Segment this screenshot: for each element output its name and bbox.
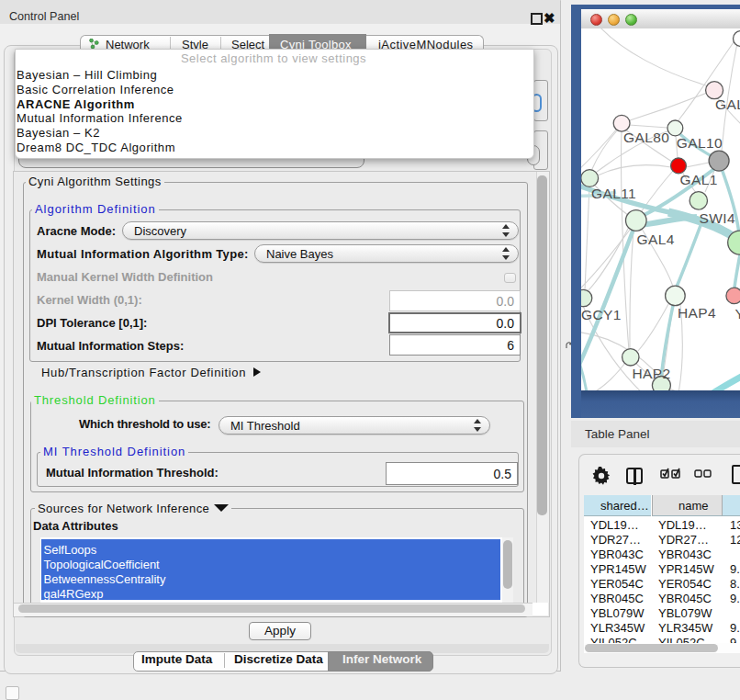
svg-text:GAL11: GAL11 [591,186,636,201]
svg-text:GAL10: GAL10 [677,135,723,151]
svg-text:HAP4: HAP4 [678,305,716,321]
svg-text:GAL1: GAL1 [680,172,718,187]
svg-text:GAL: GAL [715,96,740,112]
svg-text:SWI4: SWI4 [700,210,736,226]
svg-text:GCY1: GCY1 [581,307,622,322]
svg-text:GAL80: GAL80 [623,130,669,145]
svg-text:GAL4: GAL4 [637,231,675,247]
svg-text:HAP2: HAP2 [633,366,671,381]
svg-text:Y: Y [735,306,740,322]
